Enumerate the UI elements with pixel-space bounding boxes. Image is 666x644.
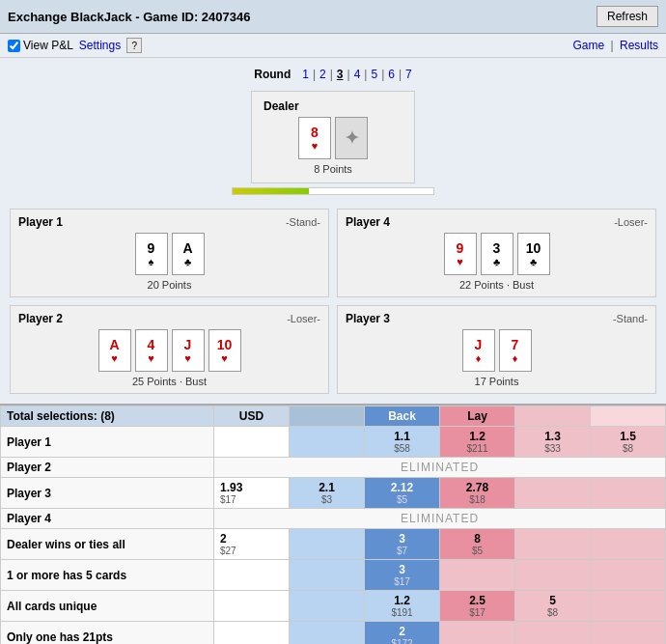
player-3-status: -Stand-	[613, 313, 648, 324]
settings-link[interactable]: Settings	[79, 39, 121, 52]
p3-cell-lay2[interactable]	[515, 478, 591, 509]
all-unique-label: All cards unique	[1, 591, 214, 622]
p3-cell-back2[interactable]: 2.12 $5	[365, 478, 440, 509]
view-pnl-text: View P&L	[23, 39, 73, 52]
app-title: Exchange BlackJack - Game ID: 2407346	[8, 10, 250, 24]
round-num-4[interactable]: 4	[354, 68, 361, 81]
player-2-row: Player 2 ELIMINATED	[1, 458, 666, 478]
au-cell-back2[interactable]: 1.2 $191	[365, 591, 440, 622]
round-sep: |	[313, 68, 316, 81]
results-link[interactable]: Results	[620, 39, 658, 52]
round-sep: |	[347, 68, 350, 81]
player-2-name: Player 2	[18, 312, 63, 325]
au-cell-lay2[interactable]: 5 $8	[515, 591, 591, 622]
th-back-pre	[290, 406, 365, 427]
p2-card-3: J ♥	[172, 329, 205, 372]
fc-cell-back1[interactable]	[290, 560, 365, 591]
p3-cell-lay1[interactable]: 2.78 $18	[440, 478, 515, 509]
p1-cell-lay1[interactable]: 1.2 $211	[440, 427, 515, 458]
p2-card-1: A ♥	[98, 329, 131, 372]
round-num-2[interactable]: 2	[319, 68, 326, 81]
p3-cell-lay3[interactable]	[591, 478, 666, 509]
p3-cell-back1[interactable]: 2.1 $3	[290, 478, 365, 509]
dealer-box: Dealer 8 ♥ ✦ 8 Points	[251, 91, 415, 183]
th-lay-3	[591, 406, 666, 427]
th-usd: USD	[214, 406, 290, 427]
refresh-button[interactable]: Refresh	[597, 6, 658, 27]
au-cell-usd1[interactable]	[214, 591, 290, 622]
round-num-5[interactable]: 5	[371, 68, 377, 81]
p1-cell-usd1[interactable]	[214, 427, 290, 458]
p1-cell-lay2[interactable]: 1.3 $33	[515, 427, 591, 458]
round-num-6[interactable]: 6	[388, 68, 395, 81]
view-pnl-checkbox[interactable]	[8, 40, 20, 52]
dw-cell-back1[interactable]	[290, 529, 365, 560]
fc-cell-usd1[interactable]	[214, 560, 290, 591]
dealer-area: Dealer 8 ♥ ✦ 8 Points	[10, 91, 656, 199]
fc-cell-lay1[interactable]	[440, 560, 515, 591]
dealer-wins-label: Dealer wins or ties all	[1, 529, 214, 560]
au-cell-lay1[interactable]: 2.5 $17	[440, 591, 515, 622]
round-sep: |	[330, 68, 333, 81]
player-4-status: -Loser-	[614, 216, 648, 228]
dw-cell-lay2[interactable]	[515, 529, 591, 560]
app-header: Exchange BlackJack - Game ID: 2407346 Re…	[0, 0, 666, 34]
p1-cell-back2[interactable]: 1.1 $58	[365, 427, 440, 458]
p1-cell-lay3[interactable]: 1.5 $8	[591, 427, 666, 458]
round-num-1[interactable]: 1	[302, 68, 309, 81]
p2-card-4: 10 ♥	[208, 329, 241, 372]
o21-cell-usd1[interactable]	[214, 622, 290, 645]
round-sep: |	[364, 68, 367, 81]
fc-cell-back2[interactable]: 3 $17	[365, 560, 440, 591]
dealer-points: 8 Points	[264, 163, 402, 175]
o21-cell-back2[interactable]: 2 $172	[365, 622, 440, 645]
fc-cell-lay3[interactable]	[591, 560, 666, 591]
dw-cell-lay1[interactable]: 8 $5	[440, 529, 515, 560]
player-3-box: Player 3 -Stand- J ♦ 7 ♦ 17 Points	[337, 305, 656, 394]
fc-cell-lay2[interactable]	[515, 560, 591, 591]
o21-cell-lay2[interactable]	[515, 622, 591, 645]
th-back: Back	[365, 406, 440, 427]
round-num-3[interactable]: 3	[337, 68, 344, 81]
game-area: Round 1|2|3|4|5|6|7 Dealer 8 ♥ ✦ 8 Point…	[0, 58, 666, 406]
o21-cell-back1[interactable]	[290, 622, 365, 645]
round-num-7[interactable]: 7	[405, 68, 412, 81]
p4-row-label: Player 4	[1, 509, 214, 529]
player-3-header: Player 3 -Stand-	[346, 312, 648, 325]
all-unique-row: All cards unique 1.2 $191 2.5 $17 5 $8	[1, 591, 666, 622]
player-1-status: -Stand-	[286, 216, 320, 228]
player-4-name: Player 4	[346, 215, 390, 229]
card-back-icon: ✦	[345, 127, 359, 149]
sub-header-right: Game | Results	[572, 39, 658, 52]
pipe-separator: |	[611, 39, 614, 52]
betting-section: Total selections: (8) USD Back Lay Playe…	[0, 406, 666, 644]
o21-cell-lay3[interactable]	[591, 622, 666, 645]
player-4-box: Player 4 -Loser- 9 ♥ 3 ♣ 10 ♣ 22 Points …	[337, 209, 656, 297]
dw-cell-usd1[interactable]: 2 $27	[214, 529, 290, 560]
progress-bar-fill	[233, 188, 309, 194]
view-pnl-label[interactable]: View P&L	[8, 39, 73, 52]
player-4-row: Player 4 ELIMINATED	[1, 509, 666, 529]
th-lay-2	[515, 406, 591, 427]
player-1-points: 20 Points	[18, 279, 320, 291]
p1-cell-back1[interactable]	[290, 427, 365, 458]
game-link[interactable]: Game	[572, 39, 604, 52]
th-lay: Lay	[440, 406, 515, 427]
help-button[interactable]: ?	[126, 38, 142, 53]
au-cell-lay3[interactable]	[591, 591, 666, 622]
th-total-selections: Total selections: (8)	[1, 406, 214, 427]
au-cell-back1[interactable]	[290, 591, 365, 622]
p3-cell-usd1[interactable]: 1.93 $17	[214, 478, 290, 509]
dealer-card-2: ✦	[335, 117, 368, 159]
dw-cell-back2[interactable]: 3 $7	[365, 529, 440, 560]
player-1-box: Player 1 -Stand- 9 ♠ A ♣ 20 Points	[10, 209, 329, 297]
progress-bar-container	[232, 187, 434, 195]
player-1-row: Player 1 1.1 $58 1.2 $211 1.3 $33 1.5 $	[1, 427, 666, 458]
betting-table: Total selections: (8) USD Back Lay Playe…	[0, 406, 666, 644]
dw-cell-lay3[interactable]	[591, 529, 666, 560]
o21-cell-lay1[interactable]	[440, 622, 515, 645]
player-3-cards: J ♦ 7 ♦	[346, 329, 648, 372]
player-2-points: 25 Points · Bust	[18, 376, 320, 387]
player-4-cards: 9 ♥ 3 ♣ 10 ♣	[346, 233, 648, 275]
players-grid: Player 1 -Stand- 9 ♠ A ♣ 20 Points Playe…	[10, 209, 656, 394]
